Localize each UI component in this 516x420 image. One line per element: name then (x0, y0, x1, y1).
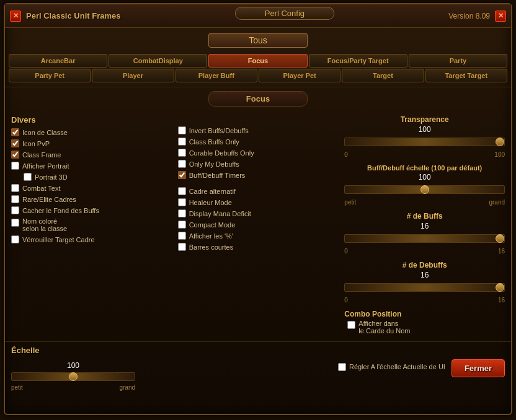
checkbox-portrait-3d[interactable]: Portrait 3D (11, 173, 172, 181)
checkbox-nom-colore-label: Nom coloréselon la classe (22, 217, 67, 232)
checkbox-combat-text[interactable]: Combat Text (11, 184, 172, 192)
checkbox-display-mana-input[interactable] (178, 209, 186, 217)
checkbox-compact-mode-input[interactable] (178, 221, 186, 229)
checkbox-invert-buffs-input[interactable] (178, 126, 186, 134)
echelle-value: 100 (11, 361, 135, 370)
subtab-target[interactable]: Target (342, 69, 424, 82)
buff-debuff-echelle-labels: petit grand (344, 199, 505, 206)
checkbox-rare-elite-input[interactable] (11, 195, 19, 203)
checkbox-rare-elite[interactable]: Rare/Elite Cadres (11, 195, 172, 203)
checkbox-only-my-debuffs-input[interactable] (178, 160, 186, 168)
close-button-left[interactable]: ✕ (10, 11, 21, 22)
right-panel: Transparence 100 0 100 Buff/Debuff échel… (344, 115, 505, 338)
checkbox-cacher-fond[interactable]: Cacher le Fond des Buffs (11, 206, 172, 214)
checkbox-class-frame-input[interactable] (11, 151, 19, 159)
combo-position-title: Combo Position (344, 310, 505, 318)
subtab-playerpet[interactable]: Player Pet (259, 69, 340, 82)
divers-panel: Divers Icon de Classe Icon PvP Class Fra… (11, 115, 172, 338)
checkbox-icon-pvp[interactable]: Icon PvP (11, 139, 172, 147)
checkbox-afficher-pct[interactable]: Afficher les '%' (178, 232, 339, 240)
checkbox-icon-pvp-input[interactable] (11, 139, 19, 147)
checkbox-afficher-carde[interactable]: Afficher dansle Carde du Nom (344, 320, 505, 335)
checkbox-barres-courtes-label: Barres courtes (189, 243, 234, 251)
checkbox-class-buffs-only-input[interactable] (178, 138, 186, 146)
nb-debuffs-value: 16 (344, 271, 505, 279)
checkbox-combat-text-input[interactable] (11, 184, 19, 192)
tab-focuspartytarget[interactable]: Focus/Party Target (309, 54, 407, 68)
nb-debuffs-max-label: 16 (498, 297, 505, 304)
checkbox-cacher-fond-input[interactable] (11, 206, 19, 214)
config-button[interactable]: Perl Config (235, 7, 334, 20)
checkbox-combat-text-label: Combat Text (22, 185, 61, 192)
checkbox-only-my-debuffs-label: Only My Debuffs (189, 160, 239, 168)
transparence-slider-container (344, 135, 505, 151)
checkbox-invert-buffs[interactable]: Invert Buffs/Debuffs (178, 126, 339, 134)
checkbox-nom-colore[interactable]: Nom coloréselon la classe (11, 217, 172, 232)
checkbox-only-my-debuffs[interactable]: Only My Debuffs (178, 160, 339, 168)
checkbox-afficher-portrait-input[interactable] (11, 162, 19, 170)
echelle-min-label: petit (11, 384, 23, 391)
checkbox-barres-courtes[interactable]: Barres courtes (178, 243, 339, 251)
checkbox-regler[interactable]: Régler A l'échelle Actuelle de UI (338, 363, 445, 371)
tab-party[interactable]: Party (409, 54, 507, 68)
checkbox-buff-timers-input[interactable] (178, 171, 186, 179)
checkbox-cadre-alternatif-label: Cadre alternatif (189, 188, 236, 195)
subtab-row: Party Pet Player Player Buff Player Pet … (9, 69, 507, 82)
buff-debuff-echelle-slider[interactable] (344, 185, 505, 194)
bottom-right: Régler A l'échelle Actuelle de UI Fermer (338, 359, 505, 377)
checkbox-curable-debuffs[interactable]: Curable Debuffs Only (178, 149, 339, 157)
checkbox-buff-timers[interactable]: Buff/Debuff Timers (178, 171, 339, 179)
checkbox-healeur-mode[interactable]: Healeur Mode (178, 198, 339, 206)
echelle-slider[interactable] (11, 372, 135, 381)
buff-debuff-echelle-min-label: petit (344, 199, 356, 206)
fermer-button[interactable]: Fermer (452, 359, 505, 377)
nb-buffs-slider[interactable] (344, 234, 505, 243)
checkbox-healeur-mode-input[interactable] (178, 198, 186, 206)
checkbox-verrouiller-input[interactable] (11, 235, 19, 243)
checkbox-icon-classe[interactable]: Icon de Classe (11, 128, 172, 136)
subtab-partypet[interactable]: Party Pet (9, 69, 91, 82)
checkbox-curable-debuffs-input[interactable] (178, 149, 186, 157)
subtab-player[interactable]: Player (92, 69, 174, 82)
subtab-playerbuff[interactable]: Player Buff (176, 69, 257, 82)
bottom-section: Échelle 100 petit grand Régler A l'échel… (5, 341, 511, 395)
tous-button[interactable]: Tous (208, 33, 308, 48)
checkbox-nom-colore-input[interactable] (11, 219, 19, 227)
checkbox-cadre-alternatif[interactable]: Cadre alternatif (178, 187, 339, 195)
nb-buffs-value: 16 (344, 222, 505, 230)
nb-buffs-min-label: 0 (344, 248, 348, 255)
combo-position-section: Combo Position Afficher dansle Carde du … (344, 310, 505, 335)
checkbox-compact-mode[interactable]: Compact Mode (178, 221, 339, 229)
buff-debuff-echelle-title: Buff/Debuff échelle (100 par défaut) (344, 164, 505, 172)
transparence-min-label: 0 (344, 151, 348, 158)
checkbox-buff-timers-label: Buff/Debuff Timers (189, 172, 246, 179)
checkbox-regler-input[interactable] (338, 363, 346, 371)
tab-combatdisplay[interactable]: CombatDisplay (109, 54, 207, 68)
checkbox-afficher-carde-label: Afficher dansle Carde du Nom (358, 320, 410, 335)
checkbox-display-mana-label: Display Mana Deficit (189, 210, 251, 217)
checkbox-afficher-pct-input[interactable] (178, 232, 186, 240)
checkbox-class-frame[interactable]: Class Frame (11, 151, 172, 159)
section-title: Focus (208, 91, 308, 107)
subtab-targettarget[interactable]: Target Target (425, 69, 507, 82)
checkbox-display-mana[interactable]: Display Mana Deficit (178, 209, 339, 217)
nb-buffs-slider-container (344, 232, 505, 247)
checkbox-afficher-carde-input[interactable] (347, 321, 355, 329)
checkbox-class-buffs-only[interactable]: Class Buffs Only (178, 138, 339, 146)
nb-buffs-section: # de Buffs 16 0 16 (344, 212, 505, 255)
transparence-slider[interactable] (344, 138, 505, 146)
checkbox-verrouiller[interactable]: Vérrouiller Target Cadre (11, 235, 172, 243)
checkbox-portrait-3d-input[interactable] (24, 173, 32, 181)
middle-panel: Invert Buffs/Debuffs Class Buffs Only Cu… (178, 115, 339, 338)
nb-debuffs-slider[interactable] (344, 283, 505, 292)
buff-debuff-echelle-value: 100 (344, 173, 505, 182)
close-button-right[interactable]: ✕ (495, 11, 506, 22)
checkbox-barres-courtes-input[interactable] (178, 243, 186, 251)
checkbox-cadre-alternatif-input[interactable] (178, 187, 186, 195)
tab-arcanebar[interactable]: ArcaneBar (9, 54, 107, 68)
checkbox-healeur-mode-label: Healeur Mode (189, 199, 232, 206)
checkbox-afficher-portrait[interactable]: Afficher Portrait (11, 162, 172, 170)
checkbox-icon-classe-input[interactable] (11, 128, 19, 136)
tab-focus[interactable]: Focus (208, 54, 307, 68)
checkbox-rare-elite-label: Rare/Elite Cadres (22, 196, 76, 203)
